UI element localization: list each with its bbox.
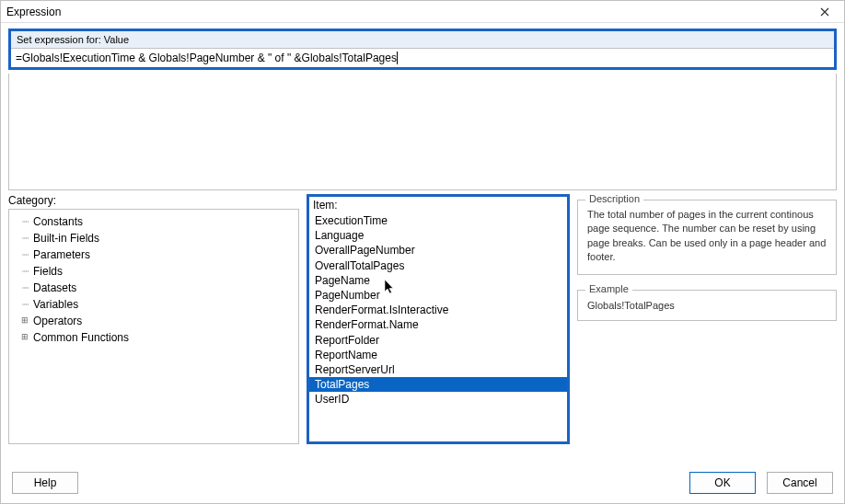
item-label: Item: <box>309 197 567 212</box>
tree-dash-icon: ┈ <box>18 213 31 230</box>
list-item[interactable]: RenderFormat.IsInteractive <box>309 303 567 317</box>
cancel-button[interactable]: Cancel <box>767 472 833 494</box>
list-item[interactable]: OverallTotalPages <box>309 258 567 273</box>
right-panel: Description The total number of pages in… <box>577 194 837 444</box>
description-legend: Description <box>585 193 643 204</box>
expand-icon[interactable]: ⊞ <box>18 331 31 344</box>
tree-node[interactable]: ┈Parameters <box>11 246 296 263</box>
window-title: Expression <box>6 6 61 18</box>
tree-node[interactable]: ┈Constants <box>11 213 296 230</box>
tree-node[interactable]: ┈Fields <box>11 263 296 280</box>
tree-label: Datasets <box>31 280 78 296</box>
example-legend: Example <box>585 283 632 294</box>
list-item[interactable]: ReportFolder <box>309 333 567 348</box>
category-tree-box[interactable]: ┈Constants┈Built-in Fields┈Parameters┈Fi… <box>8 209 299 444</box>
list-item[interactable]: ExecutionTime <box>309 213 567 228</box>
example-group: Example Globals!TotalPages <box>577 290 837 321</box>
tree-label: Variables <box>31 296 80 313</box>
tree-dash-icon: ┈ <box>18 230 31 246</box>
tree-label: Operators <box>31 313 84 329</box>
list-item[interactable]: PageNumber <box>309 288 567 303</box>
item-panel: Item: ExecutionTimeLanguageOverallPageNu… <box>307 194 570 444</box>
expression-textarea-container <box>8 74 837 190</box>
tree-node[interactable]: ┈Variables <box>11 296 296 313</box>
title-bar: Expression <box>1 1 844 23</box>
tree-label: Common Functions <box>31 329 131 346</box>
tree-node[interactable]: ┈Built-in Fields <box>11 230 296 246</box>
close-icon <box>820 7 829 17</box>
list-item[interactable]: ReportServerUrl <box>309 362 567 377</box>
tree-label: Parameters <box>31 246 92 263</box>
category-panel: Category: ┈Constants┈Built-in Fields┈Par… <box>8 194 299 444</box>
tree-label: Fields <box>31 263 64 280</box>
category-label: Category: <box>8 194 299 207</box>
tree-label: Constants <box>31 213 85 230</box>
tree-dash-icon: ┈ <box>18 263 31 280</box>
example-text: Globals!TotalPages <box>587 298 827 311</box>
description-text: The total number of pages in the current… <box>587 208 827 265</box>
expression-value-display[interactable]: =Globals!ExecutionTime & Globals!PageNum… <box>16 52 398 64</box>
list-item[interactable]: TotalPages <box>309 377 567 392</box>
list-item[interactable]: RenderFormat.Name <box>309 317 567 332</box>
expression-highlight: Set expression for: Value =Globals!Execu… <box>8 29 837 70</box>
description-group: Description The total number of pages in… <box>577 200 837 275</box>
ok-button[interactable]: OK <box>689 472 756 494</box>
list-item[interactable]: Language <box>309 228 567 243</box>
tree-dash-icon: ┈ <box>18 246 31 263</box>
expression-header: Set expression for: Value <box>11 31 834 49</box>
item-list[interactable]: ExecutionTimeLanguageOverallPageNumberOv… <box>309 213 567 407</box>
expression-textarea[interactable] <box>9 74 836 189</box>
list-item[interactable]: OverallPageNumber <box>309 243 567 258</box>
tree-node[interactable]: ⊞Operators <box>11 313 296 329</box>
tree-node[interactable]: ┈Datasets <box>11 280 296 296</box>
tree-dash-icon: ┈ <box>18 296 31 313</box>
expand-icon[interactable]: ⊞ <box>18 315 31 327</box>
button-row: Help OK Cancel <box>1 464 844 503</box>
help-button[interactable]: Help <box>12 472 78 494</box>
close-button[interactable] <box>811 2 839 22</box>
list-item[interactable]: ReportName <box>309 348 567 362</box>
tree-label: Built-in Fields <box>31 230 101 246</box>
tree-node[interactable]: ⊞Common Functions <box>11 329 296 346</box>
list-item[interactable]: UserID <box>309 392 567 407</box>
list-item[interactable]: PageName <box>309 273 567 288</box>
tree-dash-icon: ┈ <box>18 280 31 296</box>
